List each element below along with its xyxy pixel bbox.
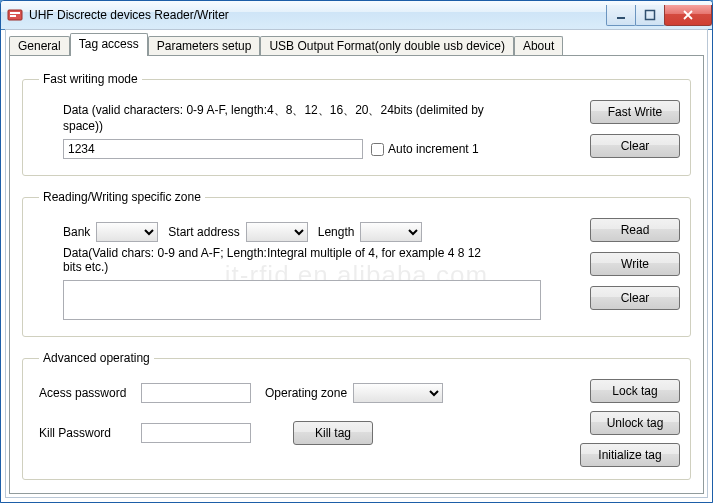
unlock-tag-button[interactable]: Unlock tag: [590, 411, 680, 435]
minimize-button[interactable]: [606, 5, 636, 26]
start-address-label: Start address: [168, 225, 239, 239]
title-bar: UHF Discrecte devices Reader/Writer: [1, 1, 712, 30]
group-advanced-legend: Advanced operating: [39, 351, 154, 365]
access-password-label: Acess password: [39, 386, 135, 400]
operating-zone-label: Operating zone: [265, 386, 347, 400]
auto-increment-checkbox-label[interactable]: Auto increment 1: [371, 142, 479, 156]
lock-tag-button[interactable]: Lock tag: [590, 379, 680, 403]
tab-general[interactable]: General: [9, 36, 70, 56]
group-advanced: Advanced operating Acess password Operat…: [22, 351, 691, 480]
length-label: Length: [318, 225, 355, 239]
operating-zone-select[interactable]: [353, 383, 443, 403]
rw-clear-button[interactable]: Clear: [590, 286, 680, 310]
access-password-input[interactable]: [141, 383, 251, 403]
client-area: General Tag access Parameters setup USB …: [5, 29, 708, 498]
kill-password-input[interactable]: [141, 423, 251, 443]
group-fast-write-legend: Fast writing mode: [39, 72, 142, 86]
fast-write-button[interactable]: Fast Write: [590, 100, 680, 124]
tab-tag-access[interactable]: Tag access: [70, 33, 148, 55]
kill-password-label: Kill Password: [39, 426, 135, 440]
fast-write-hint: Data (valid characters: 0-9 A-F, length:…: [63, 102, 493, 133]
fast-write-data-input[interactable]: [63, 139, 363, 159]
group-rw-zone: Reading/Writing specific zone Bank Start…: [22, 190, 691, 337]
window-title: UHF Discrecte devices Reader/Writer: [29, 8, 607, 22]
svg-rect-4: [646, 10, 655, 19]
app-icon: [7, 7, 23, 23]
svg-rect-1: [10, 12, 20, 14]
maximize-button[interactable]: [635, 5, 665, 26]
fast-write-clear-button[interactable]: Clear: [590, 134, 680, 158]
bank-label: Bank: [63, 225, 90, 239]
start-address-select[interactable]: [246, 222, 308, 242]
window-controls: [607, 5, 712, 25]
tab-about[interactable]: About: [514, 36, 563, 56]
read-button[interactable]: Read: [590, 218, 680, 242]
svg-rect-2: [10, 15, 16, 17]
auto-increment-checkbox[interactable]: [371, 143, 384, 156]
tab-strip: General Tag access Parameters setup USB …: [6, 33, 707, 55]
write-button[interactable]: Write: [590, 252, 680, 276]
length-select[interactable]: [360, 222, 422, 242]
tab-usb-output[interactable]: USB Output Format(only double usb device…: [260, 36, 513, 56]
kill-tag-button[interactable]: Kill tag: [293, 421, 373, 445]
svg-rect-3: [617, 17, 625, 19]
initialize-tag-button[interactable]: Initialize tag: [580, 443, 680, 467]
close-button[interactable]: [664, 5, 712, 26]
app-window: UHF Discrecte devices Reader/Writer Gene…: [0, 0, 713, 503]
tab-page-tag-access: jt-rfid.en.alibaba.com Fast writing mode…: [9, 55, 704, 494]
group-fast-write: Fast writing mode Data (valid characters…: [22, 72, 691, 176]
tab-parameters[interactable]: Parameters setup: [148, 36, 261, 56]
rw-zone-data-hint: Data(Valid chars: 0-9 and A-F; Length:In…: [63, 246, 493, 274]
bank-select[interactable]: [96, 222, 158, 242]
group-rw-zone-legend: Reading/Writing specific zone: [39, 190, 205, 204]
rw-zone-data-input[interactable]: [63, 280, 541, 320]
auto-increment-label: Auto increment 1: [388, 142, 479, 156]
